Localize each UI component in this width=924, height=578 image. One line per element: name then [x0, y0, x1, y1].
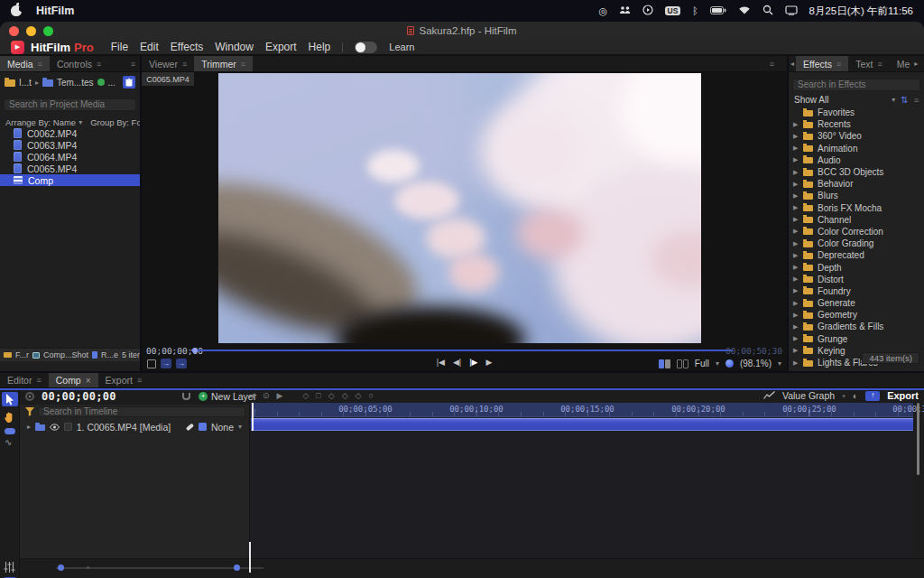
- tab-me[interactable]: Me▸: [890, 56, 924, 71]
- seek-playhead[interactable]: [192, 348, 198, 353]
- active-app-menu[interactable]: HitFilm: [36, 5, 74, 17]
- zoom-button[interactable]: [43, 26, 53, 36]
- solo-checkbox[interactable]: [64, 423, 72, 431]
- expand-arrow-icon[interactable]: ▶: [793, 347, 799, 354]
- timeline-timecode[interactable]: 00;00;00;00: [42, 390, 116, 403]
- effects-pen-icon[interactable]: [186, 423, 194, 431]
- media-list-item[interactable]: Comp: [0, 174, 140, 186]
- scroll-tabs-left-icon[interactable]: ◂: [789, 60, 796, 68]
- effects-folder-row[interactable]: ▶ Depth: [789, 261, 924, 273]
- wifi-icon[interactable]: [738, 5, 751, 16]
- composite-shot-filter-label[interactable]: Comp...Shot: [43, 350, 88, 359]
- expand-arrow-icon[interactable]: ▶: [793, 275, 799, 283]
- expand-arrow-icon[interactable]: ▶: [793, 181, 799, 188]
- send-to-timeline-icon[interactable]: →: [176, 359, 187, 368]
- apple-menu-icon[interactable]: [11, 5, 22, 16]
- split-view-icon[interactable]: [659, 359, 670, 368]
- sort-icon[interactable]: ⇅: [901, 95, 908, 105]
- effects-folder-row[interactable]: ▶ Favorites: [789, 107, 924, 118]
- close-tab-icon[interactable]: ×: [86, 376, 91, 386]
- hand-tool-button[interactable]: [5, 410, 14, 426]
- media-filter-icon[interactable]: [92, 351, 97, 359]
- fit-mode-dropdown[interactable]: Full: [695, 359, 709, 368]
- arrange-by-dropdown[interactable]: Arrange By: Name: [5, 117, 76, 127]
- control-center-icon[interactable]: [785, 5, 798, 17]
- tab-menu-icon[interactable]: ≡: [182, 60, 187, 69]
- curve-tool-button[interactable]: ∿: [5, 437, 12, 447]
- zoom-slider-handle-left[interactable]: [58, 564, 64, 571]
- media-filter-label[interactable]: R...e: [101, 350, 118, 359]
- effects-folder-row[interactable]: ▶ BCC 3D Objects: [789, 166, 924, 178]
- shortcuts-icon[interactable]: ◎: [599, 6, 608, 16]
- parent-dropdown[interactable]: None: [211, 422, 234, 433]
- effects-search-input[interactable]: [792, 79, 920, 91]
- expand-arrow-icon[interactable]: ▶: [793, 264, 799, 271]
- insert-clip-icon[interactable]: →: [161, 359, 171, 368]
- tab-controls[interactable]: Controls≡: [50, 56, 108, 71]
- effects-folder-row[interactable]: ▶ Blurs: [789, 190, 924, 201]
- value-graph-label[interactable]: Value Graph: [782, 390, 835, 401]
- menu-file[interactable]: File: [111, 41, 128, 53]
- effects-folder-row[interactable]: ▶ Distort: [789, 274, 924, 285]
- play-button[interactable]: ▶: [485, 358, 492, 367]
- panel-splitter[interactable]: [249, 542, 251, 573]
- menu-export[interactable]: Export: [265, 41, 297, 53]
- breadcrumb-root[interactable]: I...t: [19, 78, 32, 88]
- expand-arrow-icon[interactable]: ▶: [793, 156, 799, 163]
- tab-effects[interactable]: Effects≡: [796, 56, 848, 71]
- timeline-search-input[interactable]: [38, 406, 245, 417]
- expand-arrow-icon[interactable]: ▶: [793, 133, 799, 140]
- new-layer-button[interactable]: + New Layer: [199, 391, 256, 402]
- folder-filter-icon[interactable]: [4, 352, 12, 358]
- timeline-ruler[interactable]: 00;00;05;0000;00;10;0000;00;15;0000;00;2…: [251, 403, 913, 417]
- tab-media[interactable]: Media≡: [0, 56, 50, 71]
- effects-folder-row[interactable]: ▶ Boris FX Mocha: [789, 202, 924, 214]
- battery-icon[interactable]: [710, 5, 726, 16]
- tab-viewer[interactable]: Viewer≡: [142, 56, 194, 71]
- playhead[interactable]: [252, 403, 254, 431]
- frame-options-icon[interactable]: [147, 359, 156, 368]
- breadcrumb-folder[interactable]: Tem...tes: [57, 78, 94, 88]
- snap-icon[interactable]: [182, 393, 190, 400]
- mixer-icon[interactable]: [4, 560, 15, 576]
- expand-arrow-icon[interactable]: ▶: [793, 144, 799, 152]
- delete-button[interactable]: [123, 76, 135, 89]
- effects-folder-row[interactable]: ▶ Deprecated: [789, 249, 924, 261]
- expand-arrow-icon[interactable]: ▶: [793, 300, 799, 307]
- export-icon[interactable]: ↑: [865, 391, 880, 401]
- tab-export[interactable]: Export≡: [98, 373, 150, 387]
- step-forward-button[interactable]: |▶: [469, 358, 477, 367]
- option-dot-icon[interactable]: •: [842, 390, 845, 401]
- breadcrumb-more[interactable]: ...: [108, 78, 116, 88]
- track-row[interactable]: ▸ 1. C0065.MP4 [Media] None ▾: [20, 420, 249, 434]
- quality-icon[interactable]: [725, 359, 734, 368]
- tab-menu-icon[interactable]: ≡: [97, 60, 101, 69]
- tab-menu-icon[interactable]: ≡: [836, 60, 841, 69]
- effects-folder-row[interactable]: ▶ Foundry: [789, 285, 924, 297]
- media-list-item[interactable]: C0064.MP4: [0, 151, 140, 163]
- menubar-clock[interactable]: 8月25日(木) 午前11:56: [809, 5, 913, 18]
- effects-folder-row[interactable]: ▶ Recents: [789, 118, 924, 130]
- expand-arrow-icon[interactable]: ▶: [793, 204, 799, 211]
- keyframe-diamond-button[interactable]: ◇: [342, 391, 348, 400]
- group-by-dropdown[interactable]: Group By: Folder: [90, 117, 140, 127]
- expand-arrow-icon[interactable]: ▶: [793, 323, 799, 331]
- expand-arrow-icon[interactable]: ▶: [793, 359, 799, 367]
- effects-folder-row[interactable]: ▶ Grunge: [789, 333, 924, 345]
- chevron-down-icon[interactable]: ▾: [778, 359, 781, 368]
- keyframe-circle-button[interactable]: ○: [369, 391, 374, 400]
- contrast-icon[interactable]: ◐: [853, 390, 858, 401]
- keyframe-diamond-button[interactable]: ◇: [328, 391, 335, 400]
- effects-folder-row[interactable]: ▶ Animation: [789, 143, 924, 154]
- tab-text[interactable]: Text≡: [848, 56, 890, 71]
- tab-menu-icon[interactable]: ≡: [36, 376, 41, 385]
- expand-arrow-icon[interactable]: ▶: [793, 169, 799, 176]
- effects-folder-row[interactable]: ▶ Color Correction: [789, 226, 924, 238]
- learn-toggle[interactable]: [355, 42, 377, 53]
- video-preview[interactable]: [218, 73, 701, 343]
- tab-menu-icon[interactable]: ≡: [38, 60, 42, 69]
- select-tool-button[interactable]: [2, 392, 18, 406]
- tab-comp[interactable]: Comp×: [49, 373, 98, 387]
- chevron-down-icon[interactable]: ▾: [892, 96, 895, 104]
- menu-window[interactable]: Window: [215, 41, 254, 53]
